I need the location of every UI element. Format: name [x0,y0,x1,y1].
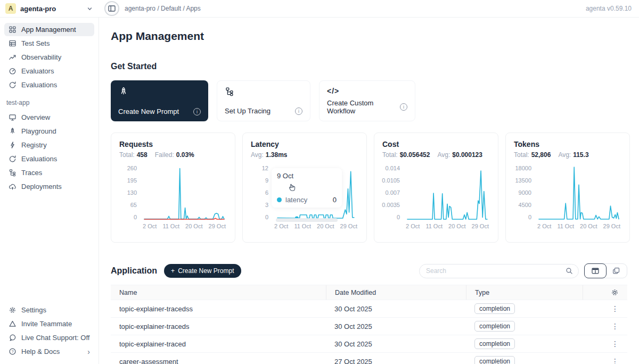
column-header-name[interactable]: Name [111,289,326,296]
metric-title: Cost [382,140,490,148]
cards-view-icon [612,267,620,275]
sidebar-item-evaluations[interactable]: Evaluations [4,78,94,92]
monitor-icon [9,113,17,121]
column-header-date-modified[interactable]: Date Modified [326,285,466,300]
application-header: Application + Create New Prompt [111,263,627,278]
sidebar-item-evaluations-app[interactable]: Evaluations [4,152,94,166]
tokens-chart[interactable] [536,165,621,220]
sidebar-item-settings[interactable]: Settings [4,303,94,317]
app-version: agenta v0.59.10 [586,5,632,12]
invite-icon [9,320,17,328]
table-row[interactable]: topic-explainer-traced 30 Oct 2025 compl… [111,335,627,353]
sidebar-item-test-sets[interactable]: Test Sets [4,37,94,50]
view-toggle [584,263,627,278]
column-header-type[interactable]: Type [466,285,583,300]
sidebar-bottom-group: Settings Invite Teammate Live Chat Suppo… [4,303,94,359]
sidebar-item-deployments[interactable]: Deployments [4,180,94,193]
sidebar-item-label: Live Chat Support: Off [21,334,89,342]
sidebar-item-label: Evaluators [21,67,54,75]
chevron-down-icon [87,6,93,12]
y-axis: 1800013500900045000 [514,165,536,220]
sidebar-item-traces[interactable]: Traces [4,166,94,179]
y-axis: 0.0140.01050.0070.00350 [382,165,405,220]
sidebar-item-invite-teammate[interactable]: Invite Teammate [4,317,94,330]
table-rows-icon [9,39,17,47]
sidebar-section-label: test-app [6,99,94,106]
chat-bubble-icon [9,334,17,342]
sidebar-item-help-docs[interactable]: ? Help & Docs › [4,345,94,358]
get-started-heading: Get Started [111,62,627,71]
app-name: topic-explainer-traceds [111,322,326,330]
info-icon[interactable]: i [193,108,201,115]
row-menu-button[interactable]: ⋮ [611,322,619,330]
gear-icon [9,306,17,314]
sidebar-item-app-management[interactable]: App Management [4,23,94,36]
app-name: topic-explainer-traced [111,340,326,348]
set-up-tracing-card[interactable]: Set Up Tracing i [217,80,310,121]
sidebar-item-playground[interactable]: Playground [4,125,94,138]
table-row[interactable]: career-assessment 27 Oct 2025 completion… [111,353,627,364]
sidebar-item-overview[interactable]: Overview [4,111,94,124]
sidebar-item-label: Test Sets [21,39,50,47]
row-menu-button[interactable]: ⋮ [611,305,619,312]
search-box[interactable] [419,264,579,278]
sidebar-item-label: Playground [21,127,56,135]
type-badge: completion [474,321,515,332]
app-date: 27 Oct 2025 [326,358,466,364]
workspace-selector[interactable]: A agenta-pro [0,3,99,14]
row-menu-button[interactable]: ⋮ [611,340,619,348]
tokens-metric-card: Tokens Total:52,806 Avg:115.3 1800013500… [505,133,630,243]
search-input[interactable] [425,267,566,275]
table-view-button[interactable] [584,263,607,278]
sidebar-item-registry[interactable]: Registry [4,138,94,152]
sidebar-item-label: Evaluations [21,155,57,163]
panel-left-icon [108,4,116,13]
table-row[interactable]: topic-explainer-tracedss 30 Oct 2025 com… [111,300,627,318]
type-badge: completion [474,303,515,314]
sidebar-item-live-chat[interactable]: Live Chat Support: Off [4,331,94,344]
stat-label: Total: [119,151,135,159]
info-icon[interactable]: i [295,107,302,115]
cost-metric-card: Cost Total:$0.056452 Avg:$0.000123 0.014… [374,133,498,243]
create-new-prompt-button[interactable]: + Create New Prompt [164,264,241,278]
create-new-prompt-card[interactable]: Create New Prompt i [111,80,208,121]
stat-value: $0.056452 [400,151,430,159]
table-view-icon [591,267,600,275]
requests-chart[interactable] [142,165,227,220]
stat-label: Avg: [251,151,264,159]
series-dot [277,197,282,202]
application-heading: Application [111,266,157,276]
sidebar-item-label: Registry [21,141,47,149]
card-label: Set Up Tracing [225,107,271,115]
search-icon[interactable] [566,267,573,275]
card-label: Create New Prompt [118,107,179,115]
sidebar-item-evaluators[interactable]: Evaluators [4,64,94,78]
row-menu-button[interactable]: ⋮ [611,358,619,364]
plus-icon: + [171,267,175,275]
x-axis: 2 Oct11 Oct20 Oct29 Oct [405,223,490,229]
sidebar-item-observability[interactable]: Observability [4,51,94,64]
metric-title: Latency [251,140,358,148]
redo-circle-icon [9,155,17,163]
create-custom-workflow-card[interactable]: </> Create Custom Workflow i [319,80,415,121]
sidebar-item-label: Help & Docs [21,348,60,355]
info-icon[interactable]: i [400,103,407,111]
rocket-icon [9,127,17,135]
chevron-right-icon: › [87,348,90,355]
card-view-button[interactable] [606,264,627,278]
gear-icon[interactable] [611,288,619,296]
breadcrumb[interactable]: agenta-pro / Default / Apps [125,5,201,12]
table-row[interactable]: topic-explainer-traceds 30 Oct 2025 comp… [111,318,627,335]
lightning-icon [9,141,17,149]
app-date: 30 Oct 2025 [326,340,466,348]
sidebar-collapse-button[interactable] [104,1,119,16]
latency-metric-card: Latency Avg:1.38ms 129630 2 Oct11 Oct20 … [242,133,367,243]
sidebar-item-label: Observability [21,53,61,61]
x-axis: 2 Oct11 Oct20 Oct29 Oct [273,223,358,229]
app-name: topic-explainer-tracedss [111,305,326,313]
metrics-row: Requests Total:458 Failed:0.03% 26019513… [111,133,627,243]
cost-chart[interactable] [405,165,490,220]
workspace-name: agenta-pro [20,5,56,13]
sidebar-item-label: Invite Teammate [21,320,72,328]
sidebar-item-label: Traces [21,169,42,177]
